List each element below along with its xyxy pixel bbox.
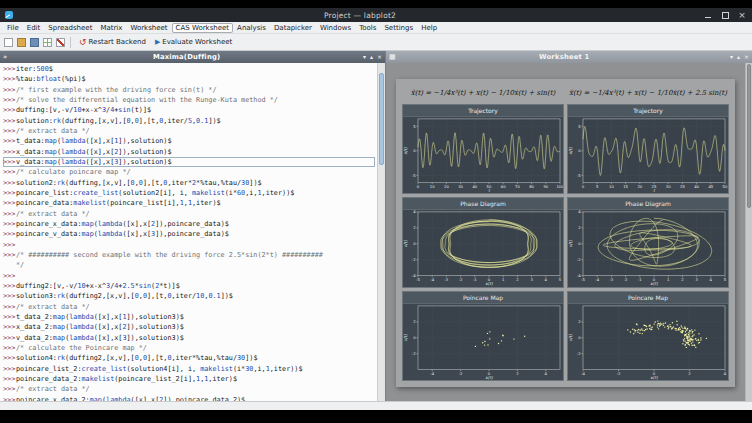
code-line[interactable]: >>>duffing:[v,-v/10+x-x^3/4+sin(t)]$ xyxy=(3,105,375,115)
cas-window-titlebar[interactable]: » Maxima(Duffing) ▾ ▴ × xyxy=(0,51,385,63)
code-text: /* extract data */ xyxy=(16,303,90,311)
menu-spreadsheet[interactable]: Spreadsheet xyxy=(44,23,96,33)
code-line[interactable]: >>>t_data:map(lambda([x],x[1]),solution)… xyxy=(3,136,375,146)
cas-code-area[interactable]: >>>iter:500$>>>%tau:bfloat(%pi)$>>>/* fi… xyxy=(0,63,377,401)
code-line[interactable]: >>>v_data:map(lambda([x],x[3]),solution)… xyxy=(3,157,375,167)
evaluate-worksheet-label: Evaluate Worksheet xyxy=(162,38,232,46)
menu-cas-worksheet[interactable]: CAS Worksheet xyxy=(172,23,234,33)
code-line[interactable]: >>>solution2:rk(duffing,[x,v],[0,0],[t,0… xyxy=(3,178,375,188)
maximize-icon[interactable] xyxy=(720,10,730,20)
new-spreadsheet-icon[interactable] xyxy=(43,38,52,47)
plot-phase-1[interactable]: Phase Diagram-5-4-3-2-1012345-4-2024x(t)… xyxy=(402,197,564,287)
code-line[interactable]: >>>poincare_x_data:map(lambda([x],x[2]),… xyxy=(3,219,375,229)
code-line[interactable]: >>>solution4:rk(duffing2,[x,v],[0,0],[t,… xyxy=(3,353,375,363)
code-line[interactable]: */ xyxy=(3,260,375,270)
worksheet-restore-icon[interactable]: ▴ xyxy=(737,54,740,60)
menu-tools[interactable]: Tools xyxy=(355,23,380,33)
code-line[interactable]: >>>iter:500$ xyxy=(3,64,375,74)
code-line[interactable]: >>>%tau:bfloat(%pi)$ xyxy=(3,74,375,84)
svg-text:-2: -2 xyxy=(577,352,581,356)
menu-datapicker[interactable]: Datapicker xyxy=(270,23,316,33)
worksheet-scrollbar[interactable] xyxy=(745,63,752,401)
svg-text:-4: -4 xyxy=(577,274,581,278)
worksheet-window-titlebar[interactable]: ▦ Worksheet 1 ▾ ▴ × xyxy=(386,51,752,63)
toolbar-icons xyxy=(4,38,65,47)
worksheet-minimize-icon[interactable]: ▾ xyxy=(730,54,733,60)
code-line[interactable]: >>>t_data_2:map(lambda([x],x[1]),solutio… xyxy=(3,312,375,322)
code-line[interactable]: >>>poincare_v_data:map(lambda([x],x[3]),… xyxy=(3,229,375,239)
new-worksheet-icon[interactable] xyxy=(56,38,65,47)
menu-file[interactable]: File xyxy=(3,23,23,33)
code-line[interactable]: >>>v_data_2:map(lambda([x],x[3]),solutio… xyxy=(3,333,375,343)
menu-windows[interactable]: Windows xyxy=(316,23,355,33)
window-controls: × xyxy=(703,10,747,20)
code-line[interactable]: >>>solution3:rk(duffing2,[x,v],[0,0],[t,… xyxy=(3,291,375,301)
code-line[interactable]: >>>duffing2:[v,-v/10+x-x^3/4+2.5*sin(2*t… xyxy=(3,281,375,291)
code-line[interactable]: >>>/* extract data */ xyxy=(3,126,375,136)
prompt: >>> xyxy=(3,157,16,167)
svg-text:t: t xyxy=(488,188,491,193)
code-line[interactable]: >>>/* solve the differential equation wi… xyxy=(3,95,375,105)
code-line[interactable]: >>>/* ########## second example with the… xyxy=(3,250,375,260)
svg-text:4: 4 xyxy=(710,278,713,282)
code-line[interactable]: >>>x_data_2:map(lambda([x],x[2]),solutio… xyxy=(3,322,375,332)
code-line[interactable]: >>>poincare_list:create_list(solution2[i… xyxy=(3,188,375,198)
close-icon[interactable]: × xyxy=(737,10,747,20)
restart-backend-button[interactable]: ↺ Restart Backend xyxy=(76,37,149,48)
cas-restore-icon[interactable]: ▴ xyxy=(370,54,373,60)
svg-text:2: 2 xyxy=(688,371,690,375)
evaluate-icon: ▶ xyxy=(155,39,160,46)
code-line[interactable]: >>>poincare_list_2:create_list(solution4… xyxy=(3,364,375,374)
plot-trajectory-1[interactable]: Trajectory0102030405060708090100-505tx(t… xyxy=(402,104,564,194)
cas-scrollbar-thumb[interactable] xyxy=(379,73,384,165)
code-line[interactable]: >>> xyxy=(3,240,375,250)
menu-edit[interactable]: Edit xyxy=(23,23,45,33)
worksheet-close-icon[interactable]: × xyxy=(744,54,749,60)
code-line[interactable]: >>>/* extract data */ xyxy=(3,302,375,312)
menu-help[interactable]: Help xyxy=(417,23,441,33)
menu-analysis[interactable]: Analysis xyxy=(233,23,270,33)
save-document-icon[interactable] xyxy=(30,38,39,47)
plot-poincare-1[interactable]: Poincare Map-4-2024-202x(t)v(t) xyxy=(402,291,564,381)
open-document-icon[interactable] xyxy=(17,38,26,47)
svg-text:30: 30 xyxy=(666,185,671,189)
menu-worksheet[interactable]: Worksheet xyxy=(126,23,171,33)
code-line[interactable]: >>>x_data:map(lambda([x],x[2]),solution)… xyxy=(3,147,375,157)
code-line[interactable]: >>>solution:rk(duffing,[x,v],[0,0],[t,0,… xyxy=(3,116,375,126)
prompt: >>> xyxy=(3,116,16,126)
code-line[interactable]: >>> xyxy=(3,271,375,281)
toolbar: ↺ Restart Backend ▶ Evaluate Worksheet xyxy=(0,34,752,51)
plot-poincare-2[interactable]: Poincare Map-4-2024-202x(t)v(t) xyxy=(567,291,729,381)
svg-text:4: 4 xyxy=(545,278,548,282)
code-line[interactable]: >>>/* first example with the driving for… xyxy=(3,85,375,95)
code-line[interactable]: >>>poincare_data_2:makelist(poincare_lis… xyxy=(3,374,375,384)
prompt: >>> xyxy=(3,395,16,402)
code-line[interactable]: >>>/* calculate the Poincare map */ xyxy=(3,343,375,353)
worksheet-window-controls: ▾ ▴ × xyxy=(730,54,749,60)
code-line[interactable]: >>>poincare_data:makelist(poincare_list[… xyxy=(3,198,375,208)
svg-text:4: 4 xyxy=(724,371,727,375)
prompt: >>> xyxy=(3,312,16,322)
new-document-icon[interactable] xyxy=(4,38,13,47)
code-line[interactable]: >>>/* calculate poincare map */ xyxy=(3,167,375,177)
svg-text:t: t xyxy=(653,188,656,193)
prompt: >>> xyxy=(3,64,16,74)
svg-text:0: 0 xyxy=(578,336,581,340)
cas-minimize-icon[interactable]: ▾ xyxy=(363,54,366,60)
code-line[interactable]: >>>/* extract data */ xyxy=(3,384,375,394)
minimize-icon[interactable] xyxy=(703,10,713,20)
code-line[interactable]: >>>/* extract data */ xyxy=(3,209,375,219)
code-text: /* calculate the Poincare map */ xyxy=(16,344,147,352)
cas-close-icon[interactable]: × xyxy=(377,54,382,60)
cas-window-title: Maxima(Duffing) xyxy=(10,53,363,61)
prompt: >>> xyxy=(3,291,16,301)
worksheet-scrollbar-thumb[interactable] xyxy=(747,64,751,208)
evaluate-worksheet-button[interactable]: ▶ Evaluate Worksheet xyxy=(152,37,235,47)
plot-phase-2[interactable]: Phase Diagram-5-4-3-2-1012345-4-2024x(t)… xyxy=(567,197,729,287)
prompt: >>> xyxy=(3,322,16,332)
cas-scrollbar[interactable] xyxy=(377,63,385,401)
code-line[interactable]: >>>poincare_x_data_2:map(lambda([x],x[2]… xyxy=(3,395,375,402)
plot-trajectory-2[interactable]: Trajectory05101520253035404550-505tx(t) xyxy=(567,104,729,194)
menu-settings[interactable]: Settings xyxy=(380,23,417,33)
menu-matrix[interactable]: Matrix xyxy=(96,23,126,33)
